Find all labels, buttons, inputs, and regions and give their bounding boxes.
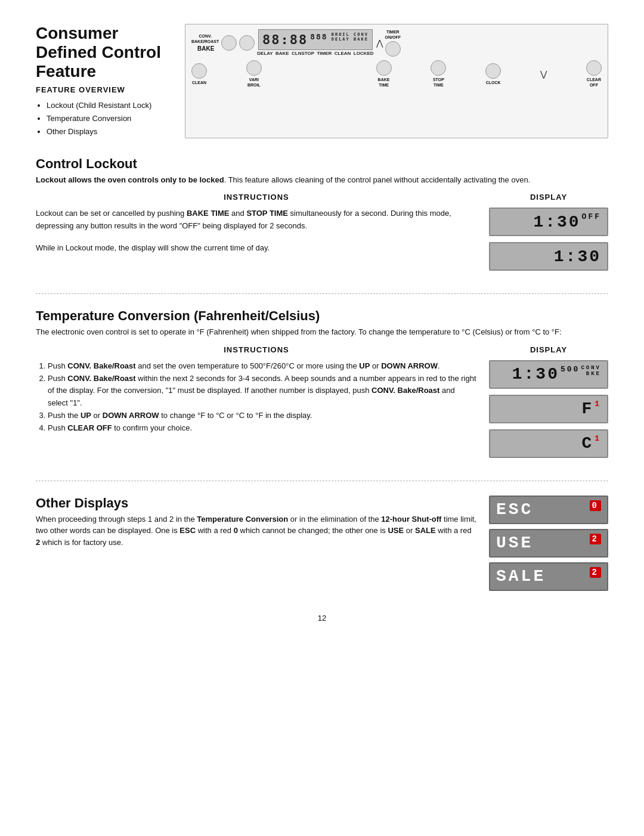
other-display-3: SALE 2: [489, 562, 608, 591]
temp-step-3: Push the UP or DOWN ARROW to change °F t…: [48, 410, 477, 422]
bullet-3: Other Displays: [47, 125, 167, 138]
clear-off-circle: [586, 60, 602, 76]
lockout-instructions-col: INSTRUCTIONS Lockout can be set or cance…: [36, 193, 477, 254]
arrow-down-icon: ⋁: [540, 69, 547, 79]
timer-circle: [385, 41, 401, 57]
lockout-display-2: 1:30: [489, 242, 608, 271]
lockout-d1-main: 1:30: [533, 213, 580, 231]
bullet-1: Lockout (Child Resistant Lock): [47, 99, 167, 112]
lockout-section: Control Lockout Lockout allows the oven …: [36, 156, 608, 277]
main-display-area: 88:88 888 BROIL CONV DELAY BAKE DELAY BA…: [257, 29, 373, 57]
display-extra: 888: [310, 32, 327, 41]
panel-circle-2: [239, 35, 255, 51]
other-d3-num: 2: [590, 567, 601, 578]
other-d1-num: 0: [590, 500, 601, 511]
main-title: Consumer Defined Control Feature: [36, 24, 167, 82]
lockout-display-1: 1:30 OFF: [489, 208, 608, 236]
vari-label: VARIBROIL: [247, 77, 261, 88]
lockout-title: Control Lockout: [36, 156, 608, 172]
feature-overview: Consumer Defined Control Feature FEATURE…: [36, 24, 167, 138]
temp-step-1: Push CONV. Bake/Roast and set the oven t…: [48, 360, 477, 373]
temp-d3-small: 1: [595, 434, 601, 443]
clear-off-group: CLEAROFF: [586, 60, 602, 88]
stop-time-group: STOPTIME: [431, 60, 446, 88]
other-d2-word: USE: [496, 534, 533, 552]
temp-conversion-section: Temperature Conversion (Fahrenheit/Celsi…: [36, 308, 608, 464]
other-display-1: ESC 0: [489, 496, 608, 524]
arrow-up-group: ⋀: [376, 38, 383, 48]
clock-label: CLOCK: [486, 80, 501, 85]
display-side-labels: BROIL CONV DELAY BAKE: [332, 32, 369, 42]
lockout-p1: Lockout can be set or cancelled by pushi…: [36, 208, 477, 233]
page-number: 12: [36, 614, 608, 623]
other-d2-num: 2: [590, 534, 601, 544]
temp-display-3: C 1: [489, 429, 608, 458]
temp-display-col: DISPLAY 1:30 500 CONVBKE F 1 C 1: [489, 345, 608, 464]
temp-display-2: F 1: [489, 395, 608, 423]
other-displays-section: Other Displays When proceeding through s…: [36, 496, 608, 596]
lockout-intro: Lockout allows the oven controls only to…: [36, 174, 608, 186]
clock-group: CLOCK: [485, 63, 501, 85]
clock-circle: [485, 63, 501, 79]
temp-d3-main: C: [581, 434, 593, 453]
panel-top-row: CONV.BAKE/ROAST BAKE 88:88 888 BROIL CON…: [191, 29, 602, 57]
temp-instructions-heading: INSTRUCTIONS: [36, 345, 477, 354]
display-time: 88:88: [262, 32, 308, 47]
temp-step-4: Push CLEAR OFF to confirm your choice.: [48, 422, 477, 435]
temp-instructions-col: INSTRUCTIONS Push CONV. Bake/Roast and s…: [36, 345, 477, 435]
temp-d2-small: 1: [595, 400, 601, 408]
bake-time-circle: [376, 60, 392, 76]
arrow-up-icon: ⋀: [376, 38, 383, 48]
bake-label: BAKE: [197, 45, 214, 52]
overview-heading: FEATURE OVERVIEW: [36, 85, 167, 94]
panel-main-display: 88:88 888 BROIL CONV DELAY BAKE: [258, 29, 373, 50]
lockout-p2: While in Lockout mode, the display will …: [36, 242, 477, 255]
bullet-2: Temperature Conversion: [47, 112, 167, 125]
temp-display-heading: DISPLAY: [489, 345, 608, 354]
vari-circle: [246, 60, 262, 76]
clean-circle: [191, 63, 207, 79]
temp-display-1: 1:30 500 CONVBKE: [489, 360, 608, 389]
temp-d1-small: 500: [561, 365, 580, 374]
temp-instructions-display: INSTRUCTIONS Push CONV. Bake/Roast and s…: [36, 345, 608, 464]
panel-circle-1: [221, 35, 237, 51]
stop-time-circle: [431, 60, 446, 76]
temp-conversion-intro: The electronic oven control is set to op…: [36, 326, 608, 338]
bake-time-group: BAKETIME: [376, 60, 392, 88]
lockout-display-heading: DISPLAY: [489, 193, 608, 202]
feature-bullets: Lockout (Child Resistant Lock) Temperatu…: [36, 99, 167, 138]
temp-d2-main: F: [581, 400, 593, 418]
lockout-d1-small: OFF: [582, 212, 601, 221]
panel-bottom-row: CLEAN VARIBROIL BAKETIME STOPTIME CLOCK: [191, 60, 602, 88]
lockout-display-col: DISPLAY 1:30 OFF 1:30: [489, 193, 608, 277]
other-display-2: USE 2: [489, 529, 608, 558]
lockout-instructions-heading: INSTRUCTIONS: [36, 193, 477, 202]
bake-time-label: BAKETIME: [378, 77, 390, 88]
conv-bake-roast-group: CONV.BAKE/ROAST BAKE: [191, 34, 219, 52]
other-d1-word: ESC: [496, 500, 533, 519]
top-section: Consumer Defined Control Feature FEATURE…: [36, 24, 608, 138]
clean-label: CLEAN: [192, 80, 206, 85]
other-d3-word: SALE: [496, 567, 546, 586]
conv-label: CONV.BAKE/ROAST: [191, 34, 219, 44]
temp-d1-main: 1:30: [512, 365, 559, 383]
temp-steps-list: Push CONV. Bake/Roast and set the oven t…: [36, 360, 477, 435]
temp-d1-indicator: CONVBKE: [581, 365, 601, 377]
stop-time-label: STOPTIME: [433, 77, 444, 88]
lockout-instructions-display: INSTRUCTIONS Lockout can be set or cance…: [36, 193, 608, 277]
vari-broil-group: VARIBROIL: [246, 60, 262, 88]
other-displays-text: Other Displays When proceeding through s…: [36, 496, 477, 556]
panel-bottom-labels: DELAY BAKE CLNSTOP TIMER CLEAN LOCKED: [257, 50, 373, 57]
timer-group: TIMERON/OFF: [385, 29, 401, 57]
timer-label: TIMERON/OFF: [385, 29, 401, 40]
other-displays-intro: When proceeding through steps 1 and 2 in…: [36, 513, 477, 549]
arrow-down-group: ⋁: [540, 69, 547, 79]
divider-2: [36, 481, 608, 481]
other-displays-title: Other Displays: [36, 496, 477, 511]
control-panel-diagram: CONV.BAKE/ROAST BAKE 88:88 888 BROIL CON…: [185, 24, 608, 138]
other-displays-display-col: ESC 0 USE 2 SALE 2: [489, 496, 608, 596]
clean-btn-group: CLEAN: [191, 63, 207, 85]
temp-conversion-title: Temperature Conversion (Fahrenheit/Celsi…: [36, 308, 608, 324]
lockout-d2-main: 1:30: [554, 247, 601, 266]
clear-off-label: CLEAROFF: [587, 77, 601, 88]
